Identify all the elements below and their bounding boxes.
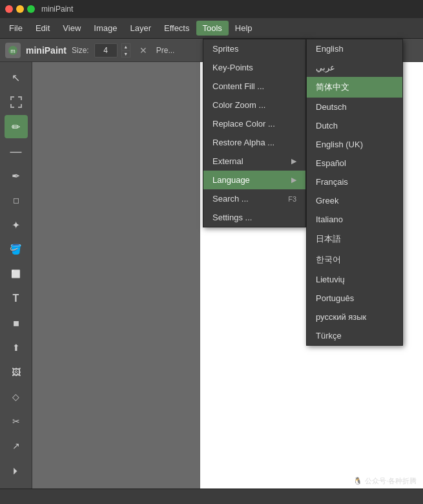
close-button[interactable]: ✕ [136, 44, 151, 57]
language-arrow: ▶ [291, 176, 296, 184]
tool-select[interactable]: ↖ [5, 66, 28, 89]
tools-dropdown: Sprites Key-Points Content Fill ... Colo… [203, 39, 306, 227]
select-icon: ↖ [12, 72, 20, 84]
tool-shapes[interactable]: ◻ [5, 189, 28, 212]
size-down[interactable]: ▼ [121, 50, 130, 58]
tool-text[interactable]: T [5, 287, 28, 310]
status-bar [0, 488, 423, 504]
lang-english[interactable]: English [307, 39, 402, 58]
pen-icon: ✒ [12, 170, 20, 182]
menu-sprites[interactable]: Sprites [203, 39, 305, 58]
minimize-dot[interactable] [16, 5, 24, 13]
menu-layer[interactable]: Layer [123, 21, 158, 36]
replace-color-label: Replace Color ... [212, 119, 275, 129]
pre-label: Pre... [156, 46, 175, 55]
tool-cut[interactable]: ✂ [5, 410, 28, 433]
magic-wand-icon: ✦ [12, 219, 20, 231]
tool-play[interactable]: ⏵ [5, 459, 28, 482]
restore-alpha-label: Restore Alpha ... [212, 138, 274, 147]
rect-icon: ⬜ [11, 269, 21, 278]
arrow-icon: ↗ [12, 441, 20, 451]
content-fill-label: Content Fill ... [212, 81, 264, 91]
diamond-icon: ◇ [12, 392, 19, 402]
window-title: miniPaint [41, 5, 73, 14]
lang-russian[interactable]: русский язык [307, 308, 402, 326]
maximize-dot[interactable] [27, 5, 35, 13]
size-spinner[interactable]: ▲ ▼ [121, 43, 130, 58]
lang-espanol[interactable]: Español [307, 154, 402, 173]
tool-line[interactable]: — [5, 140, 28, 163]
svg-text:m: m [10, 48, 15, 54]
lang-chinese[interactable]: 简体中文 [307, 77, 402, 98]
fill-icon: 🪣 [10, 244, 22, 255]
external-label: External [212, 156, 243, 166]
settings-label: Settings ... [212, 213, 252, 222]
menu-tools[interactable]: Tools [196, 21, 229, 36]
tool-rect[interactable]: ⬜ [5, 262, 28, 286]
tool-clone[interactable]: ⬆ [5, 336, 28, 359]
menu-view[interactable]: View [56, 21, 87, 36]
clone-icon: ⬆ [12, 342, 20, 353]
watermark: 🐧 公众号·各种折腾 [353, 476, 417, 486]
tool-rect-select[interactable] [5, 90, 28, 114]
image-icon: 🖼 [12, 367, 21, 377]
menu-bar: File Edit View Image Layer Effects Tools… [0, 18, 423, 39]
sprites-label: Sprites [212, 44, 238, 54]
menu-search[interactable]: Search ... F3 [203, 189, 305, 208]
window-controls [5, 5, 35, 13]
menu-restore-alpha[interactable]: Restore Alpha ... [203, 133, 305, 152]
lang-greek[interactable]: Greek [307, 191, 402, 210]
text-icon: T [13, 293, 19, 304]
lang-francais[interactable]: Français [307, 173, 402, 191]
menu-edit[interactable]: Edit [29, 21, 56, 36]
line-icon: — [10, 145, 22, 158]
brush-icon: ✏ [12, 121, 20, 133]
menu-file[interactable]: File [3, 21, 29, 36]
size-up[interactable]: ▲ [121, 43, 130, 50]
menu-color-zoom[interactable]: Color Zoom ... [203, 96, 305, 114]
lang-korean[interactable]: 한국어 [307, 249, 402, 270]
size-input[interactable] [94, 43, 118, 58]
lang-arabic[interactable]: عربي [307, 58, 402, 77]
lang-deutsch[interactable]: Deutsch [307, 98, 402, 116]
tool-brush[interactable]: ✏ [5, 115, 28, 138]
tool-arrow[interactable]: ↗ [5, 434, 28, 457]
search-label: Search ... [212, 194, 249, 204]
tool-color[interactable]: ◼ [5, 311, 28, 335]
menu-external[interactable]: External ▶ [203, 152, 305, 171]
lang-english-uk[interactable]: English (UK) [307, 135, 402, 154]
search-shortcut: F3 [288, 195, 296, 203]
menu-image[interactable]: Image [87, 21, 123, 36]
menu-content-fill[interactable]: Content Fill ... [203, 77, 305, 96]
menu-key-points[interactable]: Key-Points [203, 58, 305, 77]
color-zoom-label: Color Zoom ... [212, 100, 265, 110]
menu-replace-color[interactable]: Replace Color ... [203, 114, 305, 133]
app-logo: m [5, 43, 21, 58]
size-label: Size: [72, 46, 89, 55]
tool-image[interactable]: 🖼 [5, 361, 28, 384]
lang-dutch[interactable]: Dutch [307, 116, 402, 135]
menu-language[interactable]: Language ▶ [203, 171, 305, 189]
lang-portuguese[interactable]: Português [307, 289, 402, 308]
tool-fill[interactable]: 🪣 [5, 238, 28, 261]
color-icon: ◼ [13, 319, 19, 328]
tool-pen[interactable]: ✒ [5, 164, 28, 187]
app-name: miniPaint [26, 45, 67, 56]
menu-effects[interactable]: Effects [158, 21, 196, 36]
watermark-text: 公众号·各种折腾 [365, 476, 417, 486]
external-arrow: ▶ [291, 157, 296, 165]
lang-lithuanian[interactable]: Lietuvių [307, 270, 402, 289]
key-points-label: Key-Points [212, 63, 253, 72]
lang-italiano[interactable]: Italiano [307, 210, 402, 229]
watermark-icon: 🐧 [353, 477, 362, 485]
tool-diamond[interactable]: ◇ [5, 385, 28, 408]
menu-help[interactable]: Help [229, 21, 259, 36]
close-dot[interactable] [5, 5, 13, 13]
lang-turkish[interactable]: Türkçe [307, 326, 402, 345]
lang-japanese[interactable]: 日本語 [307, 229, 402, 249]
play-icon: ⏵ [12, 465, 21, 476]
menu-settings[interactable]: Settings ... [203, 208, 305, 227]
tool-magic-wand[interactable]: ✦ [5, 213, 28, 236]
cut-icon: ✂ [12, 416, 20, 426]
title-bar: miniPaint [0, 0, 423, 18]
